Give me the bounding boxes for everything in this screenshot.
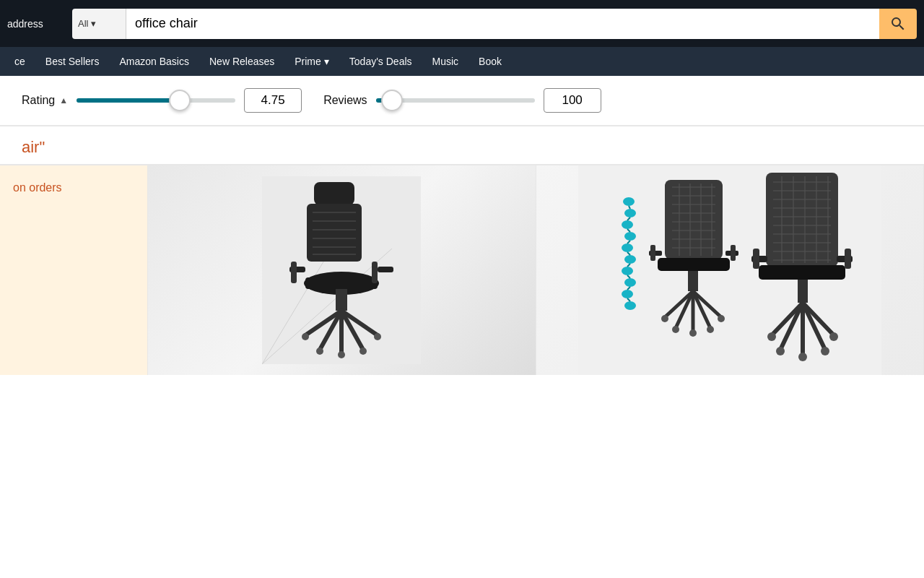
product-card-1[interactable]: [148, 165, 536, 375]
search-button[interactable]: [879, 9, 917, 39]
nav-label: Book: [479, 56, 502, 67]
svg-rect-94: [798, 280, 808, 303]
svg-point-32: [624, 232, 636, 241]
svg-point-101: [829, 332, 838, 341]
reviews-slider-thumb[interactable]: [381, 90, 403, 111]
svg-rect-13: [336, 289, 347, 311]
navbar: ce Best Sellers Amazon Basics New Releas…: [0, 47, 924, 76]
svg-point-104: [798, 353, 807, 361]
svg-point-19: [302, 333, 309, 340]
svg-rect-76: [731, 245, 736, 261]
search-icon: [889, 15, 907, 33]
chevron-down-icon: ▾: [324, 56, 329, 67]
reviews-slider-track: [376, 98, 535, 103]
rating-slider-track: [77, 98, 235, 103]
promo-text: on orders: [13, 180, 62, 196]
rating-value: 4.75: [244, 88, 302, 113]
svg-point-22: [359, 348, 367, 355]
chevron-down-icon: ▾: [91, 18, 96, 29]
svg-point-102: [776, 347, 785, 355]
search-bar: All ▾: [72, 9, 917, 39]
nav-item-best-sellers[interactable]: Best Sellers: [37, 47, 108, 76]
svg-rect-61: [658, 258, 730, 271]
nav-label: Today's Deals: [349, 56, 412, 67]
result-label: air": [0, 126, 924, 164]
nav-item-music[interactable]: Music: [424, 47, 468, 76]
rating-slider-thumb[interactable]: [169, 90, 191, 111]
filter-bar: Rating ▲ 4.75 Reviews 100: [0, 76, 924, 126]
products-area: on orders: [0, 165, 924, 375]
sort-icon: ▲: [59, 95, 68, 105]
nav-label: Prime: [295, 56, 321, 67]
rating-filter-group: Rating ▲ 4.75: [22, 88, 302, 113]
nav-item-books[interactable]: Book: [470, 47, 510, 76]
svg-rect-74: [650, 245, 655, 261]
svg-rect-12: [305, 277, 378, 289]
svg-point-72: [689, 329, 697, 337]
svg-rect-3: [314, 182, 354, 205]
svg-rect-108: [845, 249, 851, 269]
svg-point-35: [622, 267, 633, 275]
svg-point-68: [661, 315, 668, 322]
address-label: address: [7, 18, 65, 30]
svg-point-36: [624, 278, 636, 287]
nav-item-amazon-basics[interactable]: Amazon Basics: [111, 47, 198, 76]
reviews-value: 100: [544, 88, 601, 113]
nav-label: Amazon Basics: [120, 56, 189, 67]
category-label: All: [78, 18, 88, 29]
svg-point-38: [624, 301, 636, 310]
product-card-2[interactable]: [536, 165, 925, 375]
nav-label: ce: [14, 56, 25, 67]
svg-point-71: [707, 326, 714, 333]
chair-illustration-1: [262, 176, 421, 364]
reviews-label: Reviews: [323, 94, 367, 107]
svg-point-29: [623, 197, 635, 206]
svg-point-69: [718, 315, 725, 322]
promo-box: on orders: [0, 165, 148, 375]
svg-point-21: [316, 348, 323, 355]
reviews-filter-group: Reviews 100: [323, 88, 601, 113]
nav-label: Best Sellers: [45, 56, 100, 67]
svg-rect-77: [766, 173, 838, 267]
svg-rect-26: [378, 267, 393, 272]
rating-slider-fill: [77, 98, 180, 103]
svg-point-31: [622, 220, 633, 229]
svg-point-23: [338, 351, 345, 358]
result-partial-text: air": [22, 138, 45, 156]
chair-illustration-2: [578, 165, 881, 375]
svg-point-103: [821, 347, 829, 355]
svg-point-20: [374, 333, 381, 340]
header: address All ▾: [0, 0, 924, 47]
svg-rect-106: [753, 249, 759, 269]
search-input[interactable]: [126, 9, 879, 39]
svg-point-70: [672, 326, 679, 333]
product-image-1: [148, 165, 536, 375]
nav-item-new-releases[interactable]: New Releases: [201, 47, 283, 76]
svg-point-34: [624, 255, 636, 264]
nav-item-prime[interactable]: Prime ▾: [286, 47, 338, 76]
svg-rect-25: [291, 262, 297, 283]
product-image-2: [536, 165, 924, 375]
nav-item-ce[interactable]: ce: [6, 47, 34, 76]
search-category-dropdown[interactable]: All ▾: [72, 9, 126, 39]
svg-rect-93: [759, 265, 845, 280]
nav-item-todays-deals[interactable]: Today's Deals: [341, 47, 421, 76]
svg-point-37: [622, 290, 633, 298]
nav-label: Music: [432, 56, 459, 67]
svg-point-30: [624, 209, 636, 217]
nav-label: New Releases: [209, 56, 274, 67]
svg-rect-62: [688, 271, 698, 291]
rating-label: Rating ▲: [22, 94, 68, 107]
svg-point-100: [767, 332, 776, 341]
svg-rect-27: [372, 262, 378, 283]
svg-point-33: [622, 243, 633, 252]
